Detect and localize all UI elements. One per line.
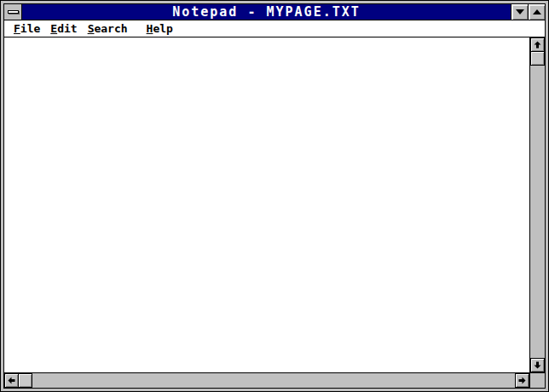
vertical-scroll-thumb[interactable] <box>530 51 545 66</box>
text-editor[interactable] <box>4 37 529 372</box>
system-menu-button[interactable] <box>4 4 22 20</box>
scrollbar-corner <box>530 373 545 388</box>
scroll-up-button[interactable] <box>530 37 545 52</box>
up-arrow-icon <box>534 41 541 49</box>
menu-help[interactable]: Help <box>142 21 178 37</box>
horizontal-scroll-thumb[interactable] <box>18 373 32 388</box>
menu-search[interactable]: Search <box>83 21 133 37</box>
menu-file[interactable]: File <box>9 21 45 37</box>
client-area <box>4 37 545 388</box>
horizontal-scroll-track[interactable] <box>32 373 515 388</box>
notepad-window: Notepad - MYPAGE.TXT File Edit Search He… <box>0 0 549 392</box>
up-triangle-icon <box>533 9 541 14</box>
vertical-scrollbar[interactable] <box>530 37 545 372</box>
maximize-button[interactable] <box>528 4 545 20</box>
right-arrow-icon <box>518 377 526 384</box>
dash-icon <box>8 10 19 14</box>
down-arrow-icon <box>534 361 541 369</box>
left-arrow-icon <box>8 377 15 384</box>
minimize-button[interactable] <box>511 4 528 20</box>
title-bar: Notepad - MYPAGE.TXT <box>4 4 545 20</box>
window-title: Notepad - MYPAGE.TXT <box>22 4 511 20</box>
down-triangle-icon <box>516 9 524 14</box>
scroll-left-button[interactable] <box>4 373 19 388</box>
menu-bar: File Edit Search Help <box>4 20 545 37</box>
window-frame: Notepad - MYPAGE.TXT File Edit Search He… <box>3 3 546 389</box>
scroll-right-button[interactable] <box>515 373 529 388</box>
menu-edit[interactable]: Edit <box>45 21 82 37</box>
scroll-down-button[interactable] <box>530 358 545 372</box>
horizontal-scrollbar[interactable] <box>4 373 529 388</box>
vertical-scroll-track[interactable] <box>530 66 545 358</box>
